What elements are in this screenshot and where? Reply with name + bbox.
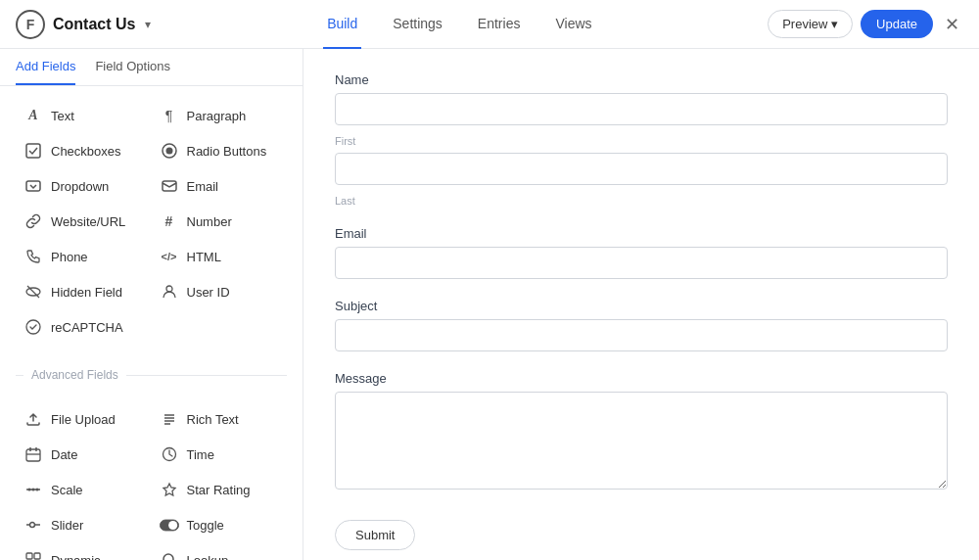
field-website-url[interactable]: Website/URL <box>16 204 152 239</box>
svg-rect-27 <box>26 553 32 559</box>
field-phone-label: Phone <box>51 250 88 264</box>
fields-row-1: A Text ¶ Paragraph <box>16 98 287 133</box>
field-slider[interactable]: Slider <box>16 507 152 542</box>
field-file-upload-label: File Upload <box>51 412 116 427</box>
email-input[interactable] <box>335 247 948 279</box>
svg-marker-22 <box>163 484 175 495</box>
phone-icon <box>23 247 43 266</box>
svg-point-2 <box>165 148 172 155</box>
slider-icon <box>23 515 43 535</box>
name-label: Name <box>335 72 948 87</box>
field-scale[interactable]: Scale <box>16 472 152 507</box>
field-file-upload[interactable]: File Upload <box>16 401 152 437</box>
svg-point-21 <box>36 489 39 491</box>
field-time-label: Time <box>187 447 214 462</box>
upload-icon <box>23 409 43 429</box>
message-field-group: Message <box>335 371 948 492</box>
adv-row-1: File Upload Rich Text <box>16 401 287 437</box>
svg-rect-4 <box>163 181 176 191</box>
field-number-label: Number <box>187 214 232 229</box>
top-bar: F Contact Us ▾ Build Settings Entries Vi… <box>0 0 979 49</box>
number-icon: # <box>160 211 179 231</box>
name-first-sublabel: First <box>335 135 948 147</box>
field-hidden-label: Hidden Field <box>51 285 122 300</box>
top-bar-right: Preview ▾ Update ✕ <box>768 10 963 39</box>
fields-row-2: Checkboxes Radio Buttons <box>16 133 287 168</box>
name-fields: First Last <box>335 93 948 207</box>
field-radio-buttons[interactable]: Radio Buttons <box>152 133 288 168</box>
field-dropdown-label: Dropdown <box>51 179 109 194</box>
update-button[interactable]: Update <box>861 10 933 38</box>
tab-build[interactable]: Build <box>323 0 361 49</box>
field-phone[interactable]: Phone <box>16 239 152 274</box>
svg-rect-13 <box>26 449 40 461</box>
field-dropdown[interactable]: Dropdown <box>16 168 152 204</box>
field-checkboxes[interactable]: Checkboxes <box>16 133 152 168</box>
scale-icon <box>23 480 43 499</box>
adv-row-3: Scale Star Rating <box>16 472 287 507</box>
standard-fields-grid: A Text ¶ Paragraph Checkboxes <box>0 86 303 356</box>
field-star-rating-label: Star Rating <box>187 483 251 497</box>
field-lookup[interactable]: Lookup <box>152 542 288 560</box>
message-textarea[interactable] <box>335 392 948 490</box>
svg-rect-28 <box>34 553 40 559</box>
tab-field-options[interactable]: Field Options <box>95 49 170 85</box>
field-html[interactable]: </> HTML <box>152 239 288 274</box>
subject-input[interactable] <box>335 319 948 351</box>
field-number[interactable]: # Number <box>152 204 288 239</box>
tab-add-fields[interactable]: Add Fields <box>16 49 75 85</box>
svg-point-31 <box>163 554 173 560</box>
field-dynamic-label: Dynamic <box>51 553 101 561</box>
field-checkboxes-label: Checkboxes <box>51 144 121 159</box>
field-user-id[interactable]: User ID <box>152 274 288 309</box>
adv-row-2: Date Time <box>16 437 287 472</box>
field-text[interactable]: A Text <box>16 98 152 133</box>
submit-button[interactable]: Submit <box>335 520 415 550</box>
name-last-sublabel: Last <box>335 195 948 207</box>
preview-button[interactable]: Preview ▾ <box>768 10 853 38</box>
svg-point-8 <box>26 320 40 334</box>
fields-row-7: reCAPTCHA <box>16 309 287 345</box>
fields-row-4: Website/URL # Number <box>16 204 287 239</box>
field-dynamic[interactable]: Dynamic <box>16 542 152 560</box>
field-hidden[interactable]: Hidden Field <box>16 274 152 309</box>
name-first-input[interactable] <box>335 93 948 125</box>
left-panel: Add Fields Field Options A Text ¶ Paragr… <box>0 49 303 560</box>
field-star-rating[interactable]: Star Rating <box>152 472 288 507</box>
field-time[interactable]: Time <box>152 437 288 472</box>
lookup-icon <box>160 550 179 560</box>
dynamic-icon <box>23 550 43 560</box>
fields-row-3: Dropdown Email <box>16 168 287 204</box>
field-toggle[interactable]: Toggle <box>152 507 288 542</box>
tab-settings[interactable]: Settings <box>389 0 446 49</box>
html-icon: </> <box>160 247 179 266</box>
right-panel: Name First Last Email Subject Message Su… <box>303 49 979 560</box>
tab-views[interactable]: Views <box>551 0 595 49</box>
field-user-id-label: User ID <box>187 285 230 300</box>
fields-row-5: Phone </> HTML <box>16 239 287 274</box>
svg-point-26 <box>168 520 177 529</box>
field-recaptcha-label: reCAPTCHA <box>51 320 123 335</box>
email-label: Email <box>335 226 948 241</box>
email-field-group: Email <box>335 226 948 279</box>
title-caret[interactable]: ▾ <box>145 18 151 31</box>
field-paragraph[interactable]: ¶ Paragraph <box>152 98 288 133</box>
message-label: Message <box>335 371 948 386</box>
field-email[interactable]: Email <box>152 168 288 204</box>
field-recaptcha[interactable]: reCAPTCHA <box>16 309 152 345</box>
field-paragraph-label: Paragraph <box>187 109 247 123</box>
field-rich-text[interactable]: Rich Text <box>152 401 288 437</box>
field-email-label: Email <box>187 179 219 194</box>
svg-point-24 <box>30 523 35 528</box>
field-date[interactable]: Date <box>16 437 152 472</box>
adv-row-5: Dynamic Lookup <box>16 542 287 560</box>
advanced-fields-divider: Advanced Fields <box>0 360 303 390</box>
name-last-input[interactable] <box>335 153 948 185</box>
close-button[interactable]: ✕ <box>941 10 963 39</box>
paragraph-icon: ¶ <box>160 106 179 125</box>
field-lookup-label: Lookup <box>187 553 229 561</box>
field-radio-label: Radio Buttons <box>187 144 267 159</box>
star-icon <box>160 480 179 499</box>
top-bar-left: F Contact Us ▾ <box>16 10 151 39</box>
tab-entries[interactable]: Entries <box>474 0 525 49</box>
